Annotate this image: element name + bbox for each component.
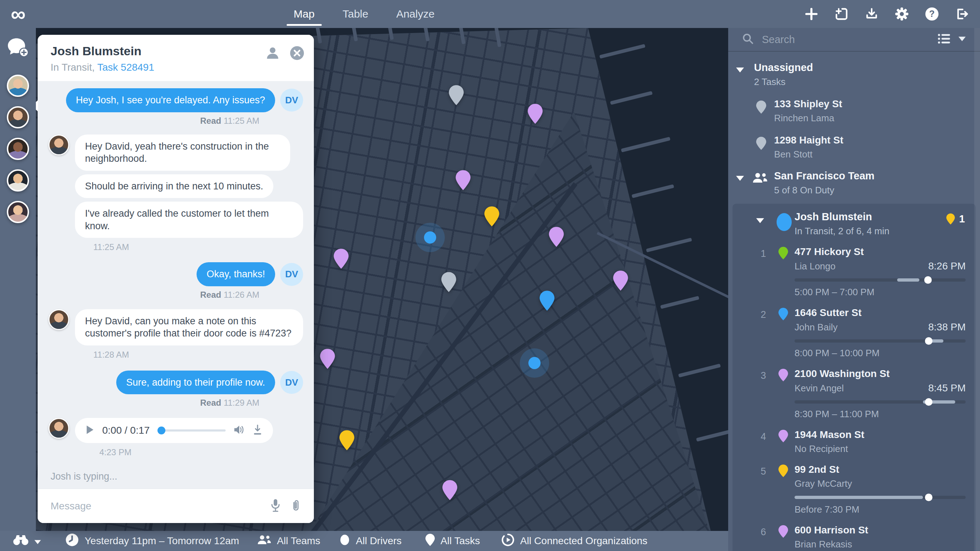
driver-location-dot[interactable] [424,231,436,244]
driver-row[interactable]: Josh Blumstein In Transit, 2 of 6, 4 min… [732,204,976,237]
time-range-filter[interactable]: Yesterday 11pm – Tomorrow 12am [65,531,239,551]
avatar [48,135,69,155]
lookout-filter[interactable] [13,531,41,551]
chat-message-list[interactable]: Hey Josh, I see you're delayed. Any issu… [38,81,314,489]
collapse-caret-icon[interactable] [756,218,764,223]
map-pin[interactable] [320,349,335,370]
task-link[interactable]: Task 528491 [97,62,154,73]
play-icon[interactable] [86,425,94,436]
driver-task[interactable]: 5 99 2nd St Gray McCarty Before 7:30 PM [732,454,976,515]
task-recipient: John Baily [795,322,838,333]
map-pin[interactable] [442,480,457,502]
collapse-caret-icon[interactable] [736,176,744,181]
task-recipient: Rinchen Lama [774,113,980,124]
task-number: 4 [756,431,770,442]
list-view-icon[interactable] [938,33,951,46]
avatar [48,418,69,439]
new-chat-icon[interactable] [7,37,29,57]
search-input[interactable] [762,34,930,46]
map-pin[interactable] [613,271,628,292]
task-progress-bar[interactable] [795,339,966,342]
map-pin[interactable] [449,85,464,107]
organizations-filter[interactable]: All Connected Organizations [501,531,648,551]
sender-initials-badge: DV [280,89,303,111]
avatar[interactable] [7,106,29,128]
message-input[interactable] [51,500,260,512]
task-progress-bar[interactable] [795,496,966,499]
sign-out-icon[interactable] [955,7,969,21]
task-time-window: 8:00 PM – 10:00 PM [795,347,966,359]
map-pin[interactable] [334,248,348,270]
read-label: Read [200,398,221,408]
avatar[interactable] [7,75,29,97]
avatar[interactable] [7,138,29,160]
map-pin[interactable] [549,227,564,248]
settings-gear-icon[interactable] [895,7,909,21]
attachment-icon[interactable] [291,498,301,514]
task-pin-icon [425,534,435,548]
volume-icon[interactable] [234,425,245,436]
tab-analyze[interactable]: Analyze [394,0,437,28]
message-incoming-group: Hey David, can you make a note on this c… [48,309,303,346]
group-subtitle: 2 Tasks [754,76,980,88]
message-incoming-group: Hey David, yeah there's construction in … [48,135,303,238]
task-address: 1298 Haight St [774,135,980,146]
task-pin-icon [778,308,788,322]
close-icon[interactable] [290,46,305,62]
add-icon[interactable] [804,7,819,21]
driver-task[interactable]: 3 2100 Washington St Kevin Angel8:45 PM … [732,359,976,420]
read-receipt: Read 11:25 AM [200,116,259,126]
avatar[interactable] [7,201,29,223]
message-bubble: Sure, adding to their profile now. [116,371,275,395]
sidebar-scrollbar[interactable] [974,28,980,551]
map-pin[interactable] [455,170,471,191]
avatar[interactable] [7,169,29,191]
message-bubble: Hey David, yeah there's construction in … [75,135,290,171]
driver-profile-icon[interactable] [265,46,280,62]
driver-task[interactable]: 4 1944 Mason St No Recipient [732,420,976,454]
task-progress-bar[interactable] [795,279,966,282]
task-progress-bar[interactable] [795,400,966,404]
task-pin-icon [756,137,766,151]
message-outgoing: Sure, adding to their profile now. DV [48,371,303,395]
view-tabs: Map Table Analyze [0,0,728,28]
task-number: 5 [756,466,770,477]
task-number: 3 [756,370,770,381]
search-icon [742,33,754,46]
drivers-filter[interactable]: All Drivers [339,531,402,551]
map-pin[interactable] [484,206,500,228]
unassigned-task[interactable]: 1298 Haight St Ben Stott [728,124,980,160]
driver-task[interactable]: 6 600 Harrison St Brian Rekasis [732,515,976,550]
message-time: 11:28 AM [93,350,129,360]
help-icon[interactable]: ? [925,7,939,21]
dispatch-sidebar: Unassigned 2 Tasks 133 Shipley St Rinche… [728,28,980,551]
map-pin[interactable] [441,272,456,293]
import-tasks-icon[interactable] [834,7,849,21]
group-unassigned[interactable]: Unassigned 2 Tasks [728,52,980,88]
chevron-down-icon[interactable] [958,36,966,43]
driver-task[interactable]: 1 477 Hickory St Lia Longo8:26 PM 5:00 P… [732,237,976,298]
map-pin[interactable] [539,291,555,312]
export-download-icon[interactable] [864,7,879,21]
read-label: Read [200,290,221,299]
message-outgoing: Okay, thanks! DV [48,262,303,286]
map-pin[interactable] [528,104,543,125]
task-recipient: Brian Rekasis [795,539,852,550]
download-audio-icon[interactable] [253,424,262,436]
tab-map[interactable]: Map [292,0,317,28]
teams-filter[interactable]: All Teams [257,531,320,551]
collapse-caret-icon[interactable] [736,67,744,72]
read-time: 11:29 AM [223,398,259,408]
task-address: 477 Hickory St [795,246,966,258]
tab-table[interactable]: Table [340,0,371,28]
map-pin[interactable] [339,430,355,452]
pier [600,44,646,59]
driver-location-dot[interactable] [528,357,541,369]
tasks-filter[interactable]: All Tasks [425,531,480,551]
audio-seek-slider[interactable] [158,426,226,435]
driver-task[interactable]: 2 1646 Sutter St John Baily8:38 PM 8:00 … [732,298,976,359]
read-time: 11:25 AM [223,116,259,126]
microphone-icon[interactable] [270,498,281,514]
unassigned-task[interactable]: 133 Shipley St Rinchen Lama [728,88,980,124]
group-team[interactable]: San Francisco Team 5 of 8 On Duty [728,160,980,196]
